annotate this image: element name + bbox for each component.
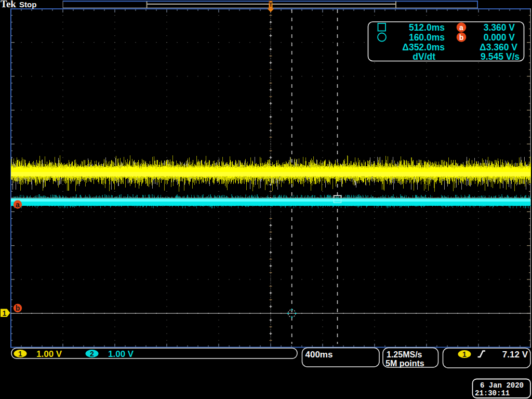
svg-text:5M points: 5M points — [385, 359, 424, 368]
svg-text:1: 1 — [18, 350, 22, 358]
svg-text:7.12 V: 7.12 V — [502, 350, 528, 360]
svg-text:160.0ms: 160.0ms — [409, 32, 445, 43]
svg-text:Δ3.360 V: Δ3.360 V — [480, 42, 517, 52]
svg-text:T: T — [269, 2, 272, 8]
svg-text:1.00 V: 1.00 V — [108, 349, 134, 359]
svg-text:dV/dt: dV/dt — [413, 51, 435, 62]
svg-text:Stop: Stop — [19, 0, 36, 9]
svg-text:b: b — [16, 304, 20, 312]
svg-text:400ms: 400ms — [305, 350, 333, 360]
svg-text:1: 1 — [462, 350, 467, 358]
svg-text:512.0ms: 512.0ms — [409, 22, 445, 33]
svg-text:3.360 V: 3.360 V — [484, 22, 515, 33]
svg-text:0.000 V: 0.000 V — [484, 32, 515, 43]
svg-text:a: a — [16, 201, 20, 209]
svg-text:1.00 V: 1.00 V — [36, 349, 62, 359]
svg-text:a: a — [459, 23, 463, 32]
svg-text:2: 2 — [90, 350, 94, 358]
svg-text:b: b — [459, 33, 464, 42]
svg-text:21:30:11: 21:30:11 — [475, 389, 510, 397]
svg-text:Δ352.0ms: Δ352.0ms — [402, 42, 445, 52]
svg-text:9.545 V/s: 9.545 V/s — [481, 51, 520, 62]
svg-text:1.25MS/s: 1.25MS/s — [387, 350, 422, 359]
svg-text:Tek: Tek — [1, 0, 16, 9]
svg-text:1: 1 — [3, 309, 7, 317]
svg-text:6 Jan 2020: 6 Jan 2020 — [480, 381, 524, 390]
